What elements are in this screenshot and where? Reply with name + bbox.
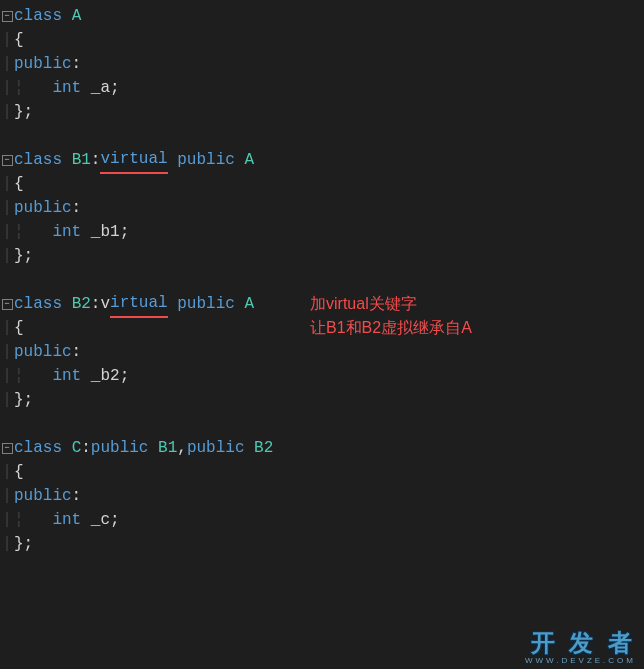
semicolon: ; (24, 100, 34, 124)
keyword-int: int (52, 76, 81, 100)
class-name: C (72, 436, 82, 460)
brace: } (14, 244, 24, 268)
keyword-virtual: virtual (100, 147, 167, 174)
annotation-line1: 加virtual关键字 (310, 292, 472, 316)
annotation-text: 加virtual关键字 让B1和B2虚拟继承自A (310, 292, 472, 340)
code-line: |}; (0, 244, 644, 268)
base-class: A (244, 148, 254, 172)
semicolon: ; (110, 508, 120, 532)
class-name: B2 (72, 292, 91, 316)
code-line: |¦ int _a; (0, 76, 644, 100)
brace: } (14, 532, 24, 556)
blank-line (0, 412, 644, 436)
colon: : (72, 52, 82, 76)
member-var: _b1 (91, 220, 120, 244)
semicolon: ; (120, 364, 130, 388)
code-line: − class B1:virtual public A (0, 148, 644, 172)
colon: : (72, 340, 82, 364)
fold-icon[interactable]: − (2, 443, 13, 454)
keyword-int: int (52, 508, 81, 532)
code-line: |¦ int _c; (0, 508, 644, 532)
colon: : (72, 196, 82, 220)
watermark-sub: WWW.DEVZE.COM (525, 655, 636, 667)
blank-line (0, 124, 644, 148)
keyword-public: public (177, 148, 235, 172)
keyword-int: int (52, 364, 81, 388)
colon: : (91, 292, 101, 316)
colon: : (91, 148, 101, 172)
fold-icon[interactable]: − (2, 299, 13, 310)
brace: { (14, 316, 24, 340)
base-class: B1 (158, 436, 177, 460)
annotation-line2: 让B1和B2虚拟继承自A (310, 316, 472, 340)
member-var: _b2 (91, 364, 120, 388)
colon: : (72, 484, 82, 508)
base-class: B2 (254, 436, 273, 460)
code-line: |public: (0, 52, 644, 76)
semicolon: ; (110, 76, 120, 100)
comma: , (177, 436, 187, 460)
semicolon: ; (120, 220, 130, 244)
code-line: − class C:public B1,public B2 (0, 436, 644, 460)
code-line: |}; (0, 388, 644, 412)
member-var: _c (91, 508, 110, 532)
code-line: − class A (0, 4, 644, 28)
brace: { (14, 460, 24, 484)
keyword-public: public (91, 436, 149, 460)
keyword-class: class (14, 4, 62, 28)
brace: } (14, 100, 24, 124)
class-name: A (72, 4, 82, 28)
keyword-public: public (14, 340, 72, 364)
keyword-public: public (14, 196, 72, 220)
keyword-public: public (14, 52, 72, 76)
keyword-virtual: irtual (110, 291, 168, 318)
code-line: |public: (0, 196, 644, 220)
keyword-class: class (14, 436, 62, 460)
semicolon: ; (24, 532, 34, 556)
keyword-public: public (187, 436, 245, 460)
code-line: |public: (0, 340, 644, 364)
blank-line (0, 268, 644, 292)
brace: { (14, 172, 24, 196)
code-line: |{ (0, 28, 644, 52)
keyword-public: public (14, 484, 72, 508)
code-line: |¦ int _b2; (0, 364, 644, 388)
keyword-class: class (14, 292, 62, 316)
brace: { (14, 28, 24, 52)
base-class: A (244, 292, 254, 316)
code-line: |{ (0, 172, 644, 196)
member-var: _a (91, 76, 110, 100)
fold-icon[interactable]: − (2, 11, 13, 22)
keyword-class: class (14, 148, 62, 172)
code-editor: − class A |{ |public: |¦ int _a; |}; − c… (0, 0, 644, 560)
keyword-public: public (177, 292, 235, 316)
colon: : (81, 436, 91, 460)
code-line: |{ (0, 460, 644, 484)
semicolon: ; (24, 244, 34, 268)
semicolon: ; (24, 388, 34, 412)
class-name: B1 (72, 148, 91, 172)
keyword-int: int (52, 220, 81, 244)
code-line: |}; (0, 100, 644, 124)
fold-icon[interactable]: − (2, 155, 13, 166)
brace: } (14, 388, 24, 412)
code-line: |¦ int _b1; (0, 220, 644, 244)
code-line: |}; (0, 532, 644, 556)
code-line: |public: (0, 484, 644, 508)
